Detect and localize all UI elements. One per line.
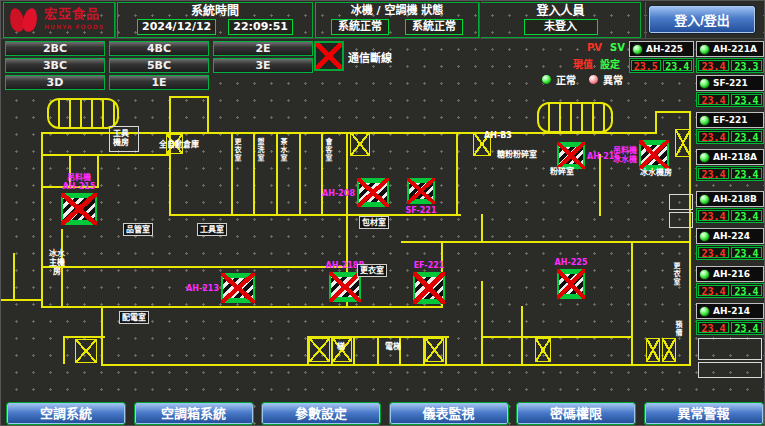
wall-segment (1, 299, 43, 301)
stair-x-icon (425, 338, 444, 362)
room-label: 工具 機房 (113, 129, 129, 147)
wall-segment (521, 306, 523, 364)
stair-x-icon (535, 338, 551, 362)
wall-segment (599, 154, 601, 216)
ahu-comm-fail-icon[interactable] (357, 178, 389, 207)
wall-segment (346, 134, 348, 216)
ahu-comm-fail-icon[interactable] (557, 269, 585, 299)
wall-segment (481, 336, 633, 338)
room-label: 電梯 (385, 342, 401, 351)
room-label: 品管室 (123, 223, 153, 236)
ahu-tag-label: AH-208 (322, 188, 355, 197)
room-label: 粉碎室 (550, 167, 574, 176)
wall-segment (41, 266, 348, 268)
ahu-tag-label: AH-225 (555, 258, 588, 267)
wall-segment (299, 134, 301, 216)
room-label: 包材室 (359, 216, 389, 229)
room-label: 工具室 (197, 223, 227, 236)
wall-segment (481, 281, 483, 364)
ahu-comm-fail-icon[interactable] (557, 142, 585, 169)
staircase-icon (47, 98, 119, 129)
room-label: 預備 (674, 321, 682, 337)
room-label: 盥洗室 (256, 138, 264, 162)
wall-segment (631, 241, 633, 308)
room-label: 梯 (337, 342, 345, 351)
ahu-comm-fail-icon[interactable] (413, 272, 445, 304)
wall-segment (353, 336, 355, 364)
wall-segment (169, 96, 171, 134)
wall-segment (169, 96, 209, 98)
room-label: 冰水 主機 房 (49, 249, 65, 276)
wall-segment (655, 111, 691, 113)
wall-segment (456, 134, 458, 216)
ahu-comm-fail-icon[interactable] (61, 193, 97, 225)
wall-segment (377, 336, 379, 364)
ahu-tag-label: AH-213 (186, 284, 219, 293)
stair-x-icon (75, 339, 97, 363)
wall-segment (401, 241, 689, 243)
ahu-tag-label: 吊料機 冰水機 (613, 146, 637, 164)
ahu-comm-fail-icon[interactable] (407, 178, 435, 204)
wall-segment (207, 96, 209, 134)
floor-plan: 吊料機 AH-215AH-213AH-208SF-221AH-218BEF-22… (1, 1, 764, 425)
room-label: 配電室 (119, 311, 149, 324)
wall-segment (445, 336, 447, 364)
stair-x-icon (309, 338, 330, 362)
room-outline (669, 194, 693, 210)
wall-segment (101, 364, 691, 366)
room-label: 茶水室 (279, 138, 287, 162)
room-label: 全自動倉庫 (159, 140, 199, 149)
hmi-screen: 吊料機 AH-215AH-213AH-208SF-221AH-218BEF-22… (0, 0, 765, 426)
wall-segment (13, 253, 15, 299)
wall-segment (63, 336, 105, 338)
wall-segment (41, 306, 441, 308)
staircase-icon (537, 102, 613, 133)
ahu-comm-fail-icon[interactable] (639, 140, 669, 170)
room-label: 糖粉粉碎室 (497, 150, 537, 159)
stair-x-icon (662, 338, 676, 362)
room-outline (669, 212, 693, 228)
wall-segment (655, 111, 657, 134)
ahu-comm-fail-icon[interactable] (221, 273, 255, 303)
ahu-tag-label: EF-221 (414, 261, 445, 270)
wall-segment (41, 154, 171, 156)
wall-segment (631, 306, 633, 364)
stair-x-icon (646, 338, 660, 362)
room-label: 會客室 (324, 138, 332, 162)
stair-x-icon (675, 129, 691, 157)
room-label: AH-B3 (484, 131, 512, 140)
room-label: 更衣室 (233, 138, 241, 162)
wall-segment (253, 134, 255, 216)
wall-segment (63, 336, 65, 364)
room-label: 更衣室 (672, 262, 680, 286)
wall-segment (276, 134, 278, 216)
stair-x-icon (350, 132, 370, 156)
room-label: 更衣室 (357, 264, 387, 277)
wall-segment (97, 154, 99, 186)
wall-segment (321, 134, 323, 216)
wall-segment (41, 132, 43, 308)
wall-segment (481, 214, 483, 242)
ahu-tag-label: SF-221 (406, 206, 437, 215)
ahu-tag-label: 吊料機 AH-215 (63, 173, 96, 191)
room-label: 冰水機房 (640, 168, 672, 177)
